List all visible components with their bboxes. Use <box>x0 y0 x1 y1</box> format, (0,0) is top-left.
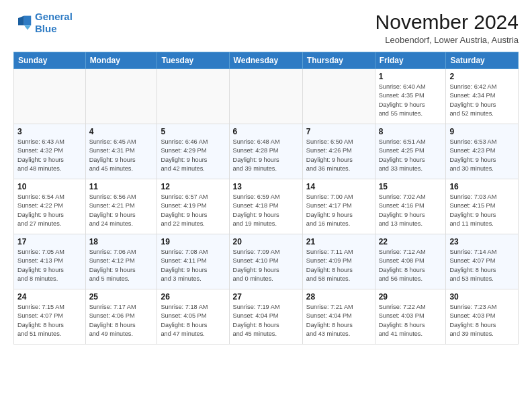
day-cell: 27Sunrise: 7:19 AM Sunset: 4:04 PM Dayli… <box>229 289 302 345</box>
month-title: November 2024 <box>375 11 519 34</box>
day-number: 15 <box>379 182 443 191</box>
day-info: Sunrise: 7:06 AM Sunset: 4:12 PM Dayligh… <box>89 248 154 283</box>
col-monday: Monday <box>85 52 157 69</box>
day-cell <box>85 69 157 124</box>
day-number: 26 <box>161 292 225 302</box>
day-cell: 10Sunrise: 6:54 AM Sunset: 4:22 PM Dayli… <box>14 179 86 234</box>
day-number: 28 <box>306 292 371 302</box>
day-cell: 3Sunrise: 6:43 AM Sunset: 4:32 PM Daylig… <box>14 124 86 179</box>
day-cell: 25Sunrise: 7:17 AM Sunset: 4:06 PM Dayli… <box>85 289 157 345</box>
col-tuesday: Tuesday <box>157 52 229 69</box>
day-cell: 24Sunrise: 7:15 AM Sunset: 4:07 PM Dayli… <box>14 289 86 345</box>
day-cell: 1Sunrise: 6:40 AM Sunset: 4:35 PM Daylig… <box>375 69 446 124</box>
day-cell: 29Sunrise: 7:22 AM Sunset: 4:03 PM Dayli… <box>375 289 446 345</box>
day-cell: 20Sunrise: 7:09 AM Sunset: 4:10 PM Dayli… <box>229 234 302 289</box>
day-info: Sunrise: 7:09 AM Sunset: 4:10 PM Dayligh… <box>233 248 299 283</box>
day-number: 8 <box>379 127 443 136</box>
day-number: 11 <box>89 182 154 191</box>
day-info: Sunrise: 7:22 AM Sunset: 4:03 PM Dayligh… <box>379 303 443 338</box>
day-cell: 4Sunrise: 6:45 AM Sunset: 4:31 PM Daylig… <box>85 124 157 179</box>
location-subtitle: Leobendorf, Lower Austria, Austria <box>375 35 519 45</box>
week-row-5: 24Sunrise: 7:15 AM Sunset: 4:07 PM Dayli… <box>14 289 519 345</box>
day-number: 23 <box>449 237 515 246</box>
day-number: 3 <box>17 127 82 136</box>
col-thursday: Thursday <box>302 52 375 69</box>
day-info: Sunrise: 7:14 AM Sunset: 4:07 PM Dayligh… <box>449 248 515 283</box>
day-info: Sunrise: 6:43 AM Sunset: 4:32 PM Dayligh… <box>17 138 82 173</box>
day-info: Sunrise: 7:23 AM Sunset: 4:03 PM Dayligh… <box>449 303 515 338</box>
day-cell: 6Sunrise: 6:48 AM Sunset: 4:28 PM Daylig… <box>229 124 302 179</box>
day-cell: 13Sunrise: 6:59 AM Sunset: 4:18 PM Dayli… <box>229 179 302 234</box>
col-friday: Friday <box>375 52 446 69</box>
day-number: 27 <box>233 292 299 302</box>
day-info: Sunrise: 7:03 AM Sunset: 4:15 PM Dayligh… <box>449 193 515 228</box>
logo-icon <box>13 13 32 32</box>
day-number: 4 <box>89 127 154 136</box>
day-cell <box>14 69 86 124</box>
day-cell: 7Sunrise: 6:50 AM Sunset: 4:26 PM Daylig… <box>302 124 375 179</box>
day-cell: 26Sunrise: 7:18 AM Sunset: 4:05 PM Dayli… <box>157 289 229 345</box>
day-cell: 22Sunrise: 7:12 AM Sunset: 4:08 PM Dayli… <box>375 234 446 289</box>
day-number: 1 <box>379 72 443 81</box>
day-info: Sunrise: 7:02 AM Sunset: 4:16 PM Dayligh… <box>379 193 443 228</box>
svg-marker-0 <box>24 16 32 26</box>
logo-line2: Blue <box>35 23 57 34</box>
day-info: Sunrise: 7:05 AM Sunset: 4:13 PM Dayligh… <box>17 248 82 283</box>
day-cell: 15Sunrise: 7:02 AM Sunset: 4:16 PM Dayli… <box>375 179 446 234</box>
col-wednesday: Wednesday <box>229 52 302 69</box>
day-info: Sunrise: 7:21 AM Sunset: 4:04 PM Dayligh… <box>306 303 371 338</box>
day-number: 22 <box>379 237 443 246</box>
day-cell: 14Sunrise: 7:00 AM Sunset: 4:17 PM Dayli… <box>302 179 375 234</box>
day-info: Sunrise: 7:12 AM Sunset: 4:08 PM Dayligh… <box>379 248 443 283</box>
day-info: Sunrise: 7:19 AM Sunset: 4:04 PM Dayligh… <box>233 303 299 338</box>
day-number: 19 <box>161 237 225 246</box>
day-cell: 18Sunrise: 7:06 AM Sunset: 4:12 PM Dayli… <box>85 234 157 289</box>
day-cell: 16Sunrise: 7:03 AM Sunset: 4:15 PM Dayli… <box>446 179 519 234</box>
day-info: Sunrise: 6:50 AM Sunset: 4:26 PM Dayligh… <box>306 138 371 173</box>
week-row-1: 1Sunrise: 6:40 AM Sunset: 4:35 PM Daylig… <box>14 69 519 124</box>
day-info: Sunrise: 6:45 AM Sunset: 4:31 PM Dayligh… <box>89 138 154 173</box>
day-number: 14 <box>306 182 371 191</box>
day-cell <box>302 69 375 124</box>
day-number: 17 <box>17 237 82 246</box>
week-row-4: 17Sunrise: 7:05 AM Sunset: 4:13 PM Dayli… <box>14 234 519 289</box>
day-cell: 8Sunrise: 6:51 AM Sunset: 4:25 PM Daylig… <box>375 124 446 179</box>
week-row-2: 3Sunrise: 6:43 AM Sunset: 4:32 PM Daylig… <box>14 124 519 179</box>
day-info: Sunrise: 7:00 AM Sunset: 4:17 PM Dayligh… <box>306 193 371 228</box>
day-number: 18 <box>89 237 154 246</box>
day-cell: 5Sunrise: 6:46 AM Sunset: 4:29 PM Daylig… <box>157 124 229 179</box>
day-info: Sunrise: 7:18 AM Sunset: 4:05 PM Dayligh… <box>161 303 225 338</box>
day-number: 6 <box>233 127 299 136</box>
day-info: Sunrise: 6:51 AM Sunset: 4:25 PM Dayligh… <box>379 138 443 173</box>
day-number: 29 <box>379 292 443 302</box>
day-cell: 17Sunrise: 7:05 AM Sunset: 4:13 PM Dayli… <box>14 234 86 289</box>
day-number: 16 <box>449 182 515 191</box>
day-info: Sunrise: 6:48 AM Sunset: 4:28 PM Dayligh… <box>233 138 299 173</box>
day-number: 13 <box>233 182 299 191</box>
day-info: Sunrise: 6:46 AM Sunset: 4:29 PM Dayligh… <box>161 138 225 173</box>
day-cell: 9Sunrise: 6:53 AM Sunset: 4:23 PM Daylig… <box>446 124 519 179</box>
svg-marker-2 <box>18 16 24 26</box>
day-cell: 30Sunrise: 7:23 AM Sunset: 4:03 PM Dayli… <box>446 289 519 345</box>
day-number: 7 <box>306 127 371 136</box>
day-number: 20 <box>233 237 299 246</box>
day-number: 21 <box>306 237 371 246</box>
day-info: Sunrise: 6:57 AM Sunset: 4:19 PM Dayligh… <box>161 193 225 228</box>
day-cell: 12Sunrise: 6:57 AM Sunset: 4:19 PM Dayli… <box>157 179 229 234</box>
day-info: Sunrise: 6:53 AM Sunset: 4:23 PM Dayligh… <box>449 138 515 173</box>
day-number: 9 <box>449 127 515 136</box>
logo: General Blue <box>13 11 73 35</box>
day-info: Sunrise: 6:42 AM Sunset: 4:34 PM Dayligh… <box>449 83 515 118</box>
day-cell: 19Sunrise: 7:08 AM Sunset: 4:11 PM Dayli… <box>157 234 229 289</box>
day-cell <box>157 69 229 124</box>
day-info: Sunrise: 7:17 AM Sunset: 4:06 PM Dayligh… <box>89 303 154 338</box>
col-saturday: Saturday <box>446 52 519 69</box>
col-sunday: Sunday <box>14 52 86 69</box>
day-info: Sunrise: 6:59 AM Sunset: 4:18 PM Dayligh… <box>233 193 299 228</box>
day-cell: 28Sunrise: 7:21 AM Sunset: 4:04 PM Dayli… <box>302 289 375 345</box>
day-info: Sunrise: 6:40 AM Sunset: 4:35 PM Dayligh… <box>379 83 443 118</box>
logo-line1: General <box>35 11 73 22</box>
day-info: Sunrise: 6:56 AM Sunset: 4:21 PM Dayligh… <box>89 193 154 228</box>
day-number: 2 <box>449 72 515 81</box>
svg-marker-1 <box>24 26 32 30</box>
